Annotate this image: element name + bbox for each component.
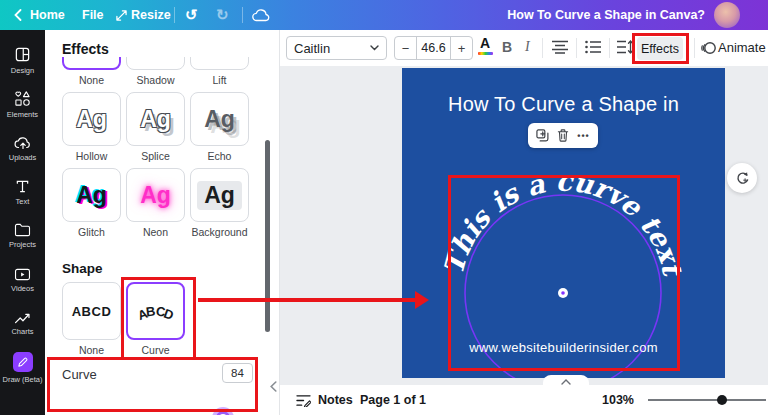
effect-option-none[interactable]: None — [62, 57, 121, 86]
panel-collapse-chevron-icon[interactable] — [270, 378, 277, 396]
undo-icon[interactable]: ↺ — [185, 0, 198, 30]
charts-icon — [14, 312, 31, 324]
effect-option-lift[interactable]: Lift — [190, 57, 249, 86]
cloud-sync-icon[interactable] — [252, 0, 270, 30]
shape-option-curve[interactable]: ABCD Curve — [126, 282, 185, 356]
uploads-icon — [14, 135, 32, 150]
effects-panel: Effects None Shadow Lift Ag Hollow — [45, 30, 280, 415]
rainbow-color-bar — [478, 52, 493, 55]
text-color-button[interactable]: A — [476, 36, 494, 55]
rotate-icon — [735, 171, 750, 186]
file-menu[interactable]: File — [82, 0, 104, 30]
bold-button[interactable]: B — [502, 39, 512, 55]
design-canvas[interactable]: How To Curve a Shape in Canva? ••• This … — [402, 68, 725, 378]
toolbar-divider — [609, 38, 610, 58]
page-indicator: Page 1 of 1 — [360, 385, 426, 415]
canva-editor: Home File Resize ↺ ↻ How To Curve a Shap… — [0, 0, 768, 415]
notes-icon[interactable] — [296, 385, 311, 415]
resize-icon[interactable] — [116, 0, 127, 30]
curved-abcd-sample: ABCD — [137, 302, 175, 320]
projects-icon — [14, 223, 31, 237]
animate-icon[interactable] — [701, 41, 716, 59]
effect-option-hollow[interactable]: Ag Hollow — [62, 92, 121, 162]
sidebar-item-charts[interactable]: Charts — [0, 302, 45, 346]
shape-section-title: Shape — [62, 261, 103, 276]
chevron-up-icon — [561, 379, 571, 385]
sidebar-item-videos[interactable]: Videos — [0, 258, 45, 302]
font-size-decrease-button[interactable]: − — [395, 37, 416, 59]
zoom-slider[interactable] — [648, 399, 766, 401]
curved-text[interactable]: This is a curve text — [438, 166, 689, 280]
bottom-bar: Notes Page 1 of 1 103% — [280, 385, 768, 415]
element-context-toolbar: ••• — [528, 123, 598, 148]
sidebar-item-text[interactable]: Text — [0, 170, 45, 214]
trash-icon[interactable] — [557, 129, 569, 142]
font-size-value[interactable]: 46.6 — [416, 37, 451, 59]
sidebar-item-design[interactable]: Design — [0, 38, 45, 82]
more-options-icon[interactable]: ••• — [577, 131, 589, 141]
text-align-button[interactable] — [552, 40, 568, 58]
topbar-divider — [174, 7, 175, 23]
annotation-arrow-head — [415, 291, 429, 309]
curved-text-group[interactable]: This is a curve text — [402, 68, 725, 378]
toolbar-divider — [542, 38, 543, 58]
canvas-url-text[interactable]: www.websitebuilderinsider.com — [402, 340, 725, 355]
toolbar-divider — [694, 38, 695, 58]
effect-option-splice[interactable]: Ag Splice — [126, 92, 185, 162]
italic-button[interactable]: I — [525, 39, 530, 55]
list-button[interactable] — [585, 40, 601, 58]
animate-button[interactable]: Animate — [718, 40, 766, 55]
font-family-select[interactable]: Caitlin — [286, 36, 387, 60]
font-size-stepper: − 46.6 + — [394, 36, 473, 60]
top-bar: Home File Resize ↺ ↻ How To Curve a Shap… — [0, 0, 768, 30]
elements-icon — [14, 90, 31, 107]
notes-button[interactable]: Notes — [318, 385, 353, 415]
curve-slider-label: Curve — [62, 367, 97, 382]
redo-icon[interactable]: ↻ — [216, 0, 229, 30]
text-icon — [15, 179, 30, 194]
panel-scrollbar[interactable] — [265, 140, 270, 332]
home-button[interactable]: Home — [30, 0, 65, 30]
sidebar-item-elements[interactable]: Elements — [0, 82, 45, 126]
effect-option-echo[interactable]: Ag Echo — [190, 92, 249, 162]
videos-icon — [14, 268, 31, 281]
effect-option-glitch[interactable]: Ag Glitch — [62, 168, 121, 238]
panel-title: Effects — [62, 41, 109, 57]
design-icon — [14, 46, 31, 63]
font-size-increase-button[interactable]: + — [451, 37, 472, 59]
zoom-level: 103% — [602, 385, 634, 415]
effects-scroll-area[interactable]: None Shadow Lift Ag Hollow Ag Splice — [45, 57, 280, 287]
spacing-button[interactable] — [617, 40, 633, 58]
sidebar-item-projects[interactable]: Projects — [0, 214, 45, 258]
curve-slider-section: Curve 84 — [45, 360, 280, 415]
rotation-center-dot-inner — [561, 291, 565, 295]
sidebar-item-uploads[interactable]: Uploads — [0, 126, 45, 170]
effect-option-shadow[interactable]: Shadow — [126, 57, 185, 86]
effects-button[interactable]: Effects — [637, 37, 683, 60]
effect-option-neon[interactable]: Ag Neon — [126, 168, 185, 238]
document-title[interactable]: How To Curve a Shape in Canva? — [507, 0, 705, 30]
annotation-arrow — [198, 298, 418, 302]
text-toolbar: Caitlin − 46.6 + A B I Effects An — [280, 30, 768, 66]
zoom-slider-handle[interactable] — [717, 395, 727, 405]
chevron-down-icon — [370, 45, 379, 51]
back-chevron-icon[interactable] — [14, 0, 22, 30]
app-sidebar: Design Elements Uploads Text Projects Vi… — [0, 30, 45, 415]
duplicate-icon[interactable] — [536, 129, 549, 142]
avatar[interactable] — [714, 2, 740, 28]
sidebar-item-draw[interactable]: Draw (Beta) — [0, 346, 45, 390]
draw-icon — [13, 352, 33, 372]
collapse-tab[interactable] — [543, 375, 589, 389]
curve-value-input[interactable]: 84 — [222, 363, 253, 383]
effect-option-background[interactable]: Ag Background — [190, 168, 249, 238]
resize-button[interactable]: Resize — [131, 0, 171, 30]
topbar-divider — [242, 7, 243, 23]
toolbar-divider — [576, 38, 577, 58]
shape-option-none[interactable]: ABCD None — [62, 282, 121, 356]
rotate-button[interactable] — [727, 163, 757, 193]
